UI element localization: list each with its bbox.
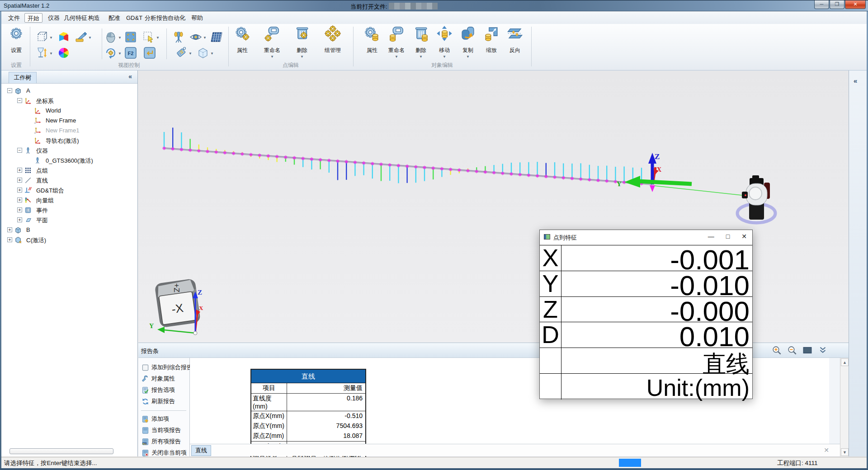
tree-item-label[interactable]: 0_GTS3600(激活) xyxy=(46,157,93,165)
menu-item-10[interactable]: 帮助 xyxy=(189,13,206,23)
scale-icon[interactable] xyxy=(483,25,500,43)
zoom-out-icon[interactable] xyxy=(787,345,797,357)
zoom-in-icon[interactable] xyxy=(772,345,782,357)
restore-button[interactable]: ❐ xyxy=(830,0,844,9)
dropdown-arrow-icon[interactable]: ▼ xyxy=(49,52,53,56)
tree-item-label[interactable]: New Frame1 xyxy=(46,127,79,134)
tree-item-b[interactable]: +B xyxy=(1,225,137,235)
tree-item-label[interactable]: 点组 xyxy=(36,167,48,175)
tree-item-label[interactable]: 坐标系 xyxy=(36,97,54,105)
dialog-close-button[interactable]: ✕ xyxy=(741,233,747,240)
select-icon[interactable] xyxy=(142,31,155,45)
expand-toggle-icon[interactable]: + xyxy=(17,207,22,212)
ribbon-button-label[interactable]: 删除 xyxy=(287,47,317,54)
dropdown-arrow-icon[interactable]: ▼ xyxy=(440,55,449,59)
ribbon-button-label[interactable]: 重命名 xyxy=(257,47,288,54)
tree-item-world[interactable]: World xyxy=(1,106,137,116)
glass-icon[interactable] xyxy=(36,47,48,61)
ribbon-button-label[interactable]: 属性 xyxy=(227,47,258,54)
scroll-up-icon[interactable]: ▲ xyxy=(841,358,849,366)
menu-item-3[interactable]: 仪器 xyxy=(45,13,62,23)
eye-icon[interactable] xyxy=(189,31,202,45)
dropdown-arrow-icon[interactable]: ▼ xyxy=(118,52,122,56)
group4-icon[interactable] xyxy=(325,25,341,43)
rotate-icon[interactable] xyxy=(104,47,117,61)
tree-item-0_gts3600[interactable]: 0_GTS3600(激活) xyxy=(1,155,137,165)
tree-item-label[interactable]: 仪器 xyxy=(36,147,48,155)
dropdown-arrow-icon[interactable]: ▼ xyxy=(210,52,214,56)
work-tree-tab[interactable]: 工作树 xyxy=(9,72,37,83)
dropdown-arrow-icon[interactable]: ▼ xyxy=(88,36,92,40)
dropdown-arrow-icon[interactable]: ▼ xyxy=(392,55,401,59)
gearT-icon[interactable] xyxy=(234,25,250,43)
reverse-icon[interactable] xyxy=(507,25,523,43)
dropdown-arrow-icon[interactable]: ▼ xyxy=(203,36,207,40)
tree-item-label[interactable]: 直线 xyxy=(36,177,48,185)
scroll-down-icon[interactable]: ▼ xyxy=(841,448,849,456)
report-button-doccheck[interactable]: 报告选项 xyxy=(142,386,175,394)
expand-toggle-icon[interactable]: + xyxy=(7,227,12,232)
tab-close-icon[interactable]: ✕ xyxy=(824,446,829,454)
menu-item-9[interactable]: 自动化 xyxy=(165,13,188,23)
tree-item-label[interactable]: 向量组 xyxy=(36,197,54,205)
dropdown-arrow-icon[interactable]: ▼ xyxy=(189,52,192,56)
ribbon-button-label[interactable]: 设置 xyxy=(1,47,32,54)
dropdown-arrow-icon[interactable]: ▼ xyxy=(463,55,472,59)
cubebox-icon[interactable] xyxy=(197,47,209,61)
trashC-icon[interactable] xyxy=(413,25,429,43)
close-button[interactable]: ✕ xyxy=(845,0,866,9)
renameT-icon[interactable] xyxy=(264,25,280,43)
menu-item-5[interactable]: 构造 xyxy=(85,13,103,23)
expand-toggle-icon[interactable]: + xyxy=(17,178,22,183)
tree-item-label[interactable]: World xyxy=(46,107,61,114)
tree-horizontal-scrollbar[interactable] xyxy=(3,448,134,455)
dialog-maximize-button[interactable]: □ xyxy=(726,233,730,240)
report-button-docall[interactable]: ALL所有项报告 xyxy=(142,437,181,446)
expand-toggle-icon[interactable]: + xyxy=(17,168,22,173)
report-button-docx[interactable]: 关闭非当前项 xyxy=(142,449,187,457)
menu-item-6[interactable]: 配准 xyxy=(106,13,123,23)
tree-item-[interactable]: +点组 xyxy=(1,165,137,175)
brush-icon[interactable] xyxy=(75,31,87,45)
dialog-minimize-button[interactable]: — xyxy=(708,233,714,240)
tree-item-[interactable]: +向量组 xyxy=(1,195,137,205)
ribbon-button-label[interactable]: 反向 xyxy=(500,47,530,54)
dropdown-arrow-icon[interactable]: ▼ xyxy=(49,36,53,40)
report-button-doclines[interactable]: 当前项报告 xyxy=(142,426,181,434)
gear-icon[interactable] xyxy=(8,25,24,43)
expand-toggle-icon[interactable]: + xyxy=(7,237,12,242)
expand-toggle-icon[interactable]: + xyxy=(17,217,22,222)
collapse-left-panel-icon[interactable]: « xyxy=(128,73,131,80)
expand-toggle-icon[interactable]: + xyxy=(17,197,22,202)
report-button-refresh[interactable]: 刷新报告 xyxy=(142,397,175,405)
collapse-report-icon[interactable] xyxy=(818,345,828,357)
menu-item-2[interactable]: 开始 xyxy=(24,13,42,23)
wirecube-icon[interactable] xyxy=(36,31,48,45)
fit-view-icon[interactable] xyxy=(802,345,812,357)
collapse-toggle-icon[interactable]: − xyxy=(7,88,12,93)
dropdown-arrow-icon[interactable]: ▼ xyxy=(297,55,307,59)
minimize-button[interactable]: ─ xyxy=(814,0,829,9)
tripod-icon[interactable] xyxy=(172,31,185,45)
collapse-toggle-icon[interactable]: − xyxy=(17,98,22,103)
tree-item-[interactable]: +平面 xyxy=(1,215,137,225)
tree-item-[interactable]: +直线 xyxy=(1,175,137,185)
mouse-icon[interactable] xyxy=(104,31,117,45)
ribbon-button-label[interactable]: 组管理 xyxy=(317,47,348,54)
tree-item-c[interactable]: +★C(激活) xyxy=(1,235,137,245)
gearC-icon[interactable] xyxy=(364,25,380,43)
tree-item-newframe1[interactable]: ∞New Frame1 xyxy=(1,126,137,136)
tree-item-[interactable]: −坐标系 xyxy=(1,96,137,106)
solar-icon[interactable] xyxy=(210,31,223,45)
renameC-icon[interactable] xyxy=(388,25,405,43)
move-icon[interactable] xyxy=(436,25,453,43)
fit4-icon[interactable] xyxy=(124,31,137,45)
dropdown-arrow-icon[interactable]: ▼ xyxy=(268,55,277,59)
collapse-toggle-icon[interactable]: − xyxy=(17,148,22,153)
tree-item-label[interactable]: 平面 xyxy=(36,216,48,225)
enter-icon[interactable] xyxy=(143,47,156,61)
tree-item-[interactable]: −仪器 xyxy=(1,146,137,155)
tree-item-label[interactable]: New Frame xyxy=(46,117,76,124)
report-button-wrench[interactable]: 对象属性 xyxy=(142,375,175,383)
tree-item-a[interactable]: −A xyxy=(1,86,137,96)
